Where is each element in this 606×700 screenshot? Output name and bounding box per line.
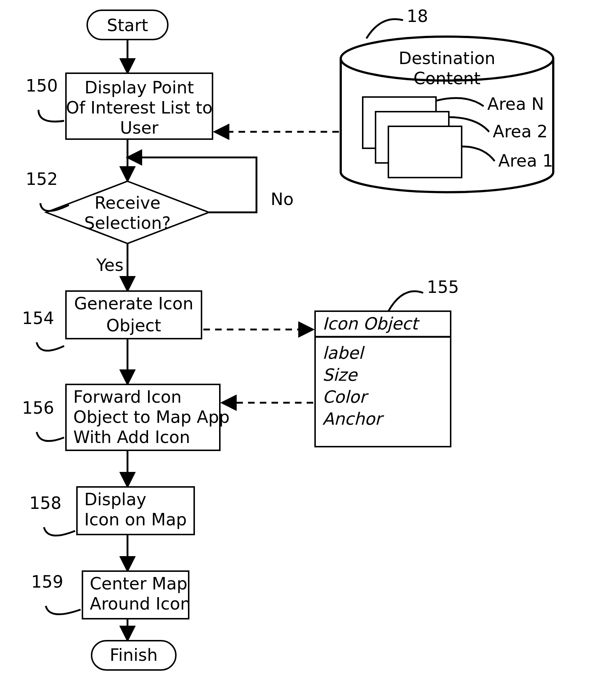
step-150-line2: Of Interest List to: [66, 98, 213, 118]
icon-object-f2: Size: [322, 365, 358, 385]
db-area-2: Area 2: [493, 122, 548, 141]
db-title-1: Destination: [399, 48, 495, 68]
step-154-line2: Object: [106, 316, 161, 335]
step-154-line1: Generate Icon: [74, 294, 193, 313]
flowchart-diagram: Start Display Point Of Interest List to …: [0, 0, 606, 700]
icon-object-f3: Color: [322, 387, 369, 407]
db-area-1: Area 1: [498, 151, 553, 171]
step-158-line2: Icon on Map: [84, 510, 187, 529]
step-156-line3: With Add Icon: [73, 427, 190, 447]
step-159-line1: Center Map: [90, 574, 188, 593]
icon-object-f1: label: [322, 343, 365, 363]
svg-rect-10: [388, 126, 462, 178]
step-156-line1: Forward Icon: [73, 387, 182, 407]
db-title-2: Content: [414, 68, 481, 88]
no-label: No: [271, 189, 294, 209]
ref-150: 150: [26, 76, 58, 96]
step-159-line2: Around Icon: [90, 594, 191, 614]
step-150-line3: User: [120, 118, 159, 138]
ref-18: 18: [407, 6, 428, 26]
db-area-n: Area N: [487, 94, 544, 114]
database-cylinder: Destination Content Area N Area 2 Area 1: [341, 37, 553, 192]
ref-156: 156: [22, 398, 54, 418]
step-150-line1: Display Point: [85, 78, 194, 97]
ref-158: 158: [29, 493, 62, 513]
step-156-line2: Object to Map App: [73, 407, 230, 427]
ref-154: 154: [22, 308, 54, 328]
ref-152: 152: [26, 169, 58, 189]
yes-label: Yes: [96, 255, 123, 275]
ref-159: 159: [31, 572, 63, 592]
ref-155: 155: [427, 277, 459, 297]
start-label: Start: [107, 15, 148, 35]
icon-object-f4: Anchor: [322, 409, 384, 429]
icon-object-box: Icon Object label Size Color Anchor: [315, 311, 451, 447]
finish-label: Finish: [110, 645, 158, 665]
step-158-line1: Display: [84, 489, 147, 509]
decision-152-line2: Selection?: [84, 213, 171, 233]
decision-152-line1: Receive: [95, 193, 160, 213]
icon-object-title: Icon Object: [322, 314, 420, 334]
